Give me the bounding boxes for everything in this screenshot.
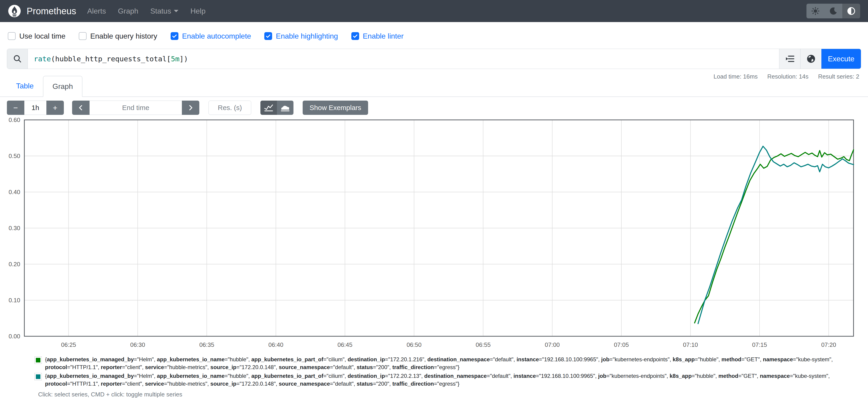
x-axis-label: 06:35	[199, 341, 214, 348]
checkbox-enable-query-history[interactable]: Enable query history	[79, 32, 157, 40]
series-swatch-icon	[34, 356, 42, 364]
y-axis-label: 0.10	[8, 297, 20, 304]
unchecked-checkbox-icon	[79, 32, 87, 40]
circle-half-icon	[847, 7, 856, 15]
options-row: Use local timeEnable query historyEnable…	[8, 30, 860, 42]
query-bar: rate(hubble_http_requests_total[5m]) Exe…	[7, 49, 861, 69]
query-expression-input[interactable]: rate(hubble_http_requests_total[5m])	[28, 49, 779, 69]
graph-controls: − + Show Exem	[7, 101, 861, 115]
stat-result-series: Result series: 2	[818, 73, 859, 80]
search-icon	[13, 54, 22, 63]
theme-dark-button[interactable]	[825, 4, 842, 19]
x-axis-label: 07:05	[614, 341, 629, 348]
show-exemplars-button[interactable]: Show Exemplars	[303, 101, 368, 115]
graph-canvas[interactable]: 0.000.100.200.300.400.500.6006:2506:3006…	[7, 117, 861, 349]
navbar: Prometheus AlertsGraphStatusHelp	[0, 0, 868, 22]
x-axis-label: 06:50	[407, 341, 422, 348]
metrics-explorer-icon	[785, 54, 795, 64]
checked-checkbox-icon	[170, 32, 179, 40]
nav-item-help[interactable]: Help	[190, 7, 206, 15]
tab-graph[interactable]: Graph	[43, 76, 83, 97]
unchecked-checkbox-icon	[8, 32, 16, 40]
query-token-plain: ])	[180, 55, 188, 63]
resolution-input[interactable]	[209, 101, 251, 115]
x-axis-label: 06:30	[130, 341, 145, 348]
stacked-chart-icon	[281, 104, 289, 112]
checkbox-use-local-time[interactable]: Use local time	[8, 32, 65, 40]
query-token-function: rate	[34, 55, 51, 63]
legend-series-2[interactable]: {app_kubernetes_io_managed_by="Helm", ap…	[34, 372, 861, 388]
nav-item-status[interactable]: Status	[150, 7, 179, 15]
theme-light-button[interactable]	[806, 4, 825, 19]
x-axis-label: 07:10	[683, 341, 698, 348]
stat-load-time: Load time: 16ms	[713, 73, 757, 80]
stat-resolution: Resolution: 14s	[768, 73, 808, 80]
chart-type-toggle	[260, 101, 293, 115]
legend-hint: Click: select series, CMD + click: toggl…	[38, 391, 868, 398]
x-axis-label: 07:20	[821, 341, 836, 348]
range-decrease-button[interactable]: −	[7, 101, 24, 115]
search-addon	[7, 49, 28, 69]
stacked-chart-button[interactable]	[277, 101, 293, 115]
app-title: Prometheus	[27, 6, 76, 16]
line-chart-button[interactable]	[260, 101, 277, 115]
moon-icon	[829, 7, 837, 15]
theme-toggle	[806, 4, 860, 19]
y-axis-label: 0.40	[8, 189, 20, 195]
range-control: − +	[7, 101, 64, 115]
series-line-2	[698, 146, 854, 324]
metrics-explorer-button[interactable]	[779, 49, 800, 69]
series-swatch-icon	[34, 373, 42, 380]
checkbox-enable-highlighting[interactable]: Enable highlighting	[264, 32, 338, 40]
endtime-control	[72, 101, 199, 115]
execute-button[interactable]: Execute	[822, 49, 861, 69]
y-axis-label: 0.30	[8, 225, 20, 231]
x-axis-label: 06:25	[61, 341, 76, 348]
x-axis-label: 06:55	[476, 341, 491, 348]
x-axis-label: 07:15	[752, 341, 767, 348]
legend-series-1[interactable]: {app_kubernetes_io_managed_by="Helm", ap…	[34, 355, 861, 371]
checkbox-label: Enable linter	[363, 32, 404, 40]
series-line-1	[694, 150, 854, 323]
nav-item-alerts[interactable]: Alerts	[87, 7, 106, 15]
series-label: {app_kubernetes_io_managed_by="Helm", ap…	[45, 372, 839, 388]
time-back-button[interactable]	[72, 101, 90, 115]
chevron-left-icon	[78, 104, 84, 111]
query-stats: Load time: 16msResolution: 14sResult ser…	[713, 73, 859, 80]
series-label: {app_kubernetes_io_managed_by="Helm", ap…	[45, 355, 839, 371]
y-axis-label: 0.20	[8, 261, 20, 268]
checkbox-label: Enable query history	[90, 32, 157, 40]
checkbox-label: Enable autocomplete	[182, 32, 251, 40]
query-token-duration: 5m	[171, 55, 179, 63]
nav-item-graph[interactable]: Graph	[118, 7, 138, 15]
y-axis-label: 0.50	[8, 153, 20, 159]
globe-icon	[806, 54, 816, 64]
range-increase-button[interactable]: +	[46, 101, 64, 115]
sun-icon	[811, 7, 820, 15]
checkbox-enable-linter[interactable]: Enable linter	[351, 32, 404, 40]
y-axis-label: 0.00	[8, 333, 20, 340]
checkbox-enable-autocomplete[interactable]: Enable autocomplete	[170, 32, 251, 40]
x-axis-label: 06:45	[338, 341, 352, 348]
checkbox-label: Use local time	[19, 32, 65, 40]
navbar-links: AlertsGraphStatusHelp	[87, 7, 206, 15]
y-axis-label: 0.60	[8, 117, 20, 123]
prometheus-logo-icon	[8, 4, 21, 18]
range-input[interactable]	[24, 101, 46, 115]
chevron-down-icon	[174, 10, 179, 12]
theme-auto-button[interactable]	[842, 4, 860, 19]
checked-checkbox-icon	[264, 32, 272, 40]
x-axis-label: 06:40	[269, 341, 283, 348]
query-token-plain: (hubble_http_requests_total[	[51, 55, 171, 63]
graph-legend: {app_kubernetes_io_managed_by="Helm", ap…	[34, 355, 861, 388]
tab-table[interactable]: Table	[7, 76, 43, 96]
checkbox-label: Enable highlighting	[276, 32, 338, 40]
checked-checkbox-icon	[351, 32, 359, 40]
line-chart-icon	[264, 104, 273, 112]
end-time-input[interactable]	[90, 101, 182, 115]
x-axis-label: 07:00	[545, 341, 560, 348]
chevron-right-icon	[187, 104, 194, 111]
query-history-globe-button[interactable]	[800, 49, 822, 69]
time-forward-button[interactable]	[182, 101, 199, 115]
